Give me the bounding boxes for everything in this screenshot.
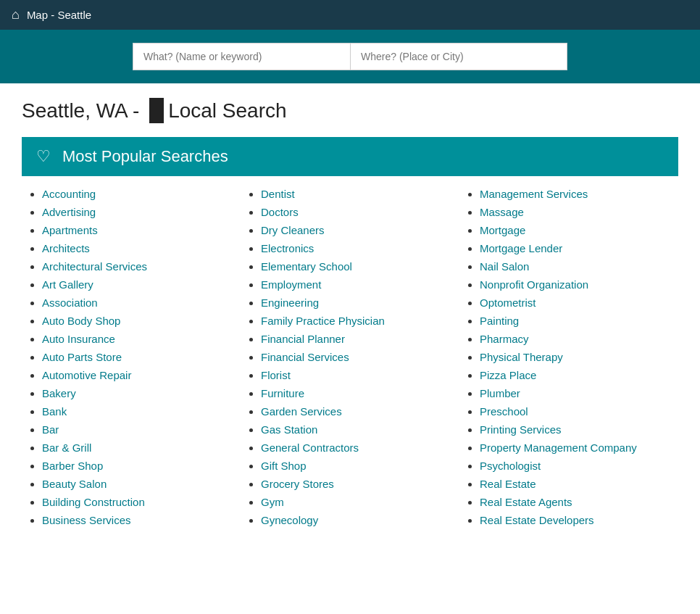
- list-item[interactable]: Bar: [42, 423, 233, 436]
- list-item[interactable]: Auto Body Shop: [42, 315, 233, 327]
- list-item[interactable]: Furniture: [261, 387, 452, 399]
- list-item[interactable]: Elementary School: [261, 260, 452, 273]
- page-title-prefix: Seattle, WA -: [22, 99, 139, 122]
- list-item[interactable]: Architects: [42, 242, 233, 254]
- list-item[interactable]: Architectural Services: [42, 260, 233, 273]
- list-item[interactable]: Family Practice Physician: [261, 315, 452, 327]
- home-icon[interactable]: ⌂: [12, 7, 20, 22]
- where-input[interactable]: [350, 43, 567, 70]
- top-nav: ⌂ Map - Seattle: [0, 0, 700, 30]
- popular-searches-title: Most Popular Searches: [62, 147, 228, 166]
- list-item[interactable]: Gift Shop: [261, 460, 452, 472]
- list-item[interactable]: Accounting: [42, 188, 233, 200]
- list-item[interactable]: Business Services: [42, 514, 233, 526]
- list-item[interactable]: Gas Station: [261, 423, 452, 436]
- page-title-area: Seattle, WA - Local Search: [0, 83, 700, 130]
- list-item[interactable]: Gynecology: [261, 514, 452, 526]
- list-item[interactable]: Grocery Stores: [261, 478, 452, 490]
- list-item[interactable]: Massage: [480, 206, 671, 218]
- list-item[interactable]: Physical Therapy: [480, 351, 671, 363]
- list-item[interactable]: Engineering: [261, 296, 452, 309]
- list-item[interactable]: Real Estate: [480, 478, 671, 490]
- list-item[interactable]: Pizza Place: [480, 369, 671, 381]
- what-input[interactable]: [133, 43, 350, 70]
- list-item[interactable]: Dentist: [261, 188, 452, 200]
- list-item[interactable]: Preschool: [480, 405, 671, 418]
- list-column-0: AccountingAdvertisingApartmentsArchitect…: [22, 188, 241, 532]
- page-title-suffix: Local Search: [168, 99, 286, 122]
- heart-icon: ♡: [36, 147, 51, 166]
- list-column-1: DentistDoctorsDry CleanersElectronicsEle…: [241, 188, 459, 532]
- list-item[interactable]: Financial Services: [261, 351, 452, 363]
- list-column-2: Management ServicesMassageMortgageMortga…: [459, 188, 678, 532]
- list-item[interactable]: Art Gallery: [42, 278, 233, 291]
- list-item[interactable]: Bar & Grill: [42, 441, 233, 454]
- list-item[interactable]: Building Construction: [42, 496, 233, 508]
- list-item[interactable]: Painting: [480, 315, 671, 327]
- list-item[interactable]: Printing Services: [480, 423, 671, 436]
- list-item[interactable]: Property Management Company: [480, 441, 671, 454]
- search-area: [0, 30, 700, 83]
- page-title-highlight: [149, 98, 164, 123]
- list-item[interactable]: Electronics: [261, 242, 452, 254]
- list-item[interactable]: Bank: [42, 405, 233, 418]
- list-item[interactable]: Real Estate Developers: [480, 514, 671, 526]
- list-item[interactable]: Automotive Repair: [42, 369, 233, 381]
- list-item[interactable]: Gym: [261, 496, 452, 508]
- list-item[interactable]: Mortgage: [480, 224, 671, 236]
- list-item[interactable]: Mortgage Lender: [480, 242, 671, 254]
- page-title: Seattle, WA - Local Search: [22, 99, 678, 123]
- list-item[interactable]: Employment: [261, 278, 452, 291]
- list-item[interactable]: Association: [42, 296, 233, 309]
- list-item[interactable]: Dry Cleaners: [261, 224, 452, 236]
- list-item[interactable]: Auto Parts Store: [42, 351, 233, 363]
- list-item[interactable]: Florist: [261, 369, 452, 381]
- popular-searches-header: ♡ Most Popular Searches: [22, 137, 678, 176]
- list-item[interactable]: Optometrist: [480, 296, 671, 309]
- list-item[interactable]: Pharmacy: [480, 333, 671, 345]
- list-item[interactable]: Auto Insurance: [42, 333, 233, 345]
- list-item[interactable]: Financial Planner: [261, 333, 452, 345]
- list-item[interactable]: Real Estate Agents: [480, 496, 671, 508]
- lists-area: AccountingAdvertisingApartmentsArchitect…: [22, 188, 678, 532]
- list-item[interactable]: Management Services: [480, 188, 671, 200]
- list-item[interactable]: Nonprofit Organization: [480, 278, 671, 291]
- list-item[interactable]: Psychologist: [480, 460, 671, 472]
- list-item[interactable]: Garden Services: [261, 405, 452, 418]
- nav-title: Map - Seattle: [27, 9, 91, 21]
- list-item[interactable]: Barber Shop: [42, 460, 233, 472]
- list-item[interactable]: Advertising: [42, 206, 233, 218]
- list-item[interactable]: Apartments: [42, 224, 233, 236]
- list-item[interactable]: General Contractors: [261, 441, 452, 454]
- list-item[interactable]: Bakery: [42, 387, 233, 399]
- list-item[interactable]: Nail Salon: [480, 260, 671, 273]
- list-item[interactable]: Beauty Salon: [42, 478, 233, 490]
- list-item[interactable]: Doctors: [261, 206, 452, 218]
- list-item[interactable]: Plumber: [480, 387, 671, 399]
